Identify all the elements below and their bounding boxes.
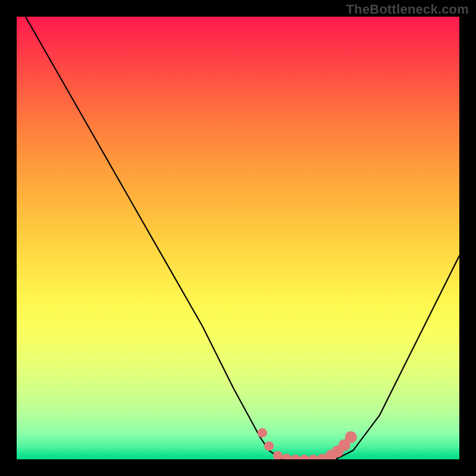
curve-marker [282,454,292,460]
curve-marker [273,451,283,459]
chart-overlay [17,17,459,459]
bottleneck-curve [26,17,459,459]
curve-marker [264,441,274,451]
marker-group [258,428,357,459]
watermark-label: TheBottleneck.com [346,2,469,17]
curve-marker [300,455,309,459]
chart-root: TheBottleneck.com [0,0,476,476]
curve-marker [258,428,267,437]
curve-marker [291,455,300,459]
curve-marker [345,431,357,443]
curve-marker [309,455,318,459]
plot-area [17,17,459,459]
